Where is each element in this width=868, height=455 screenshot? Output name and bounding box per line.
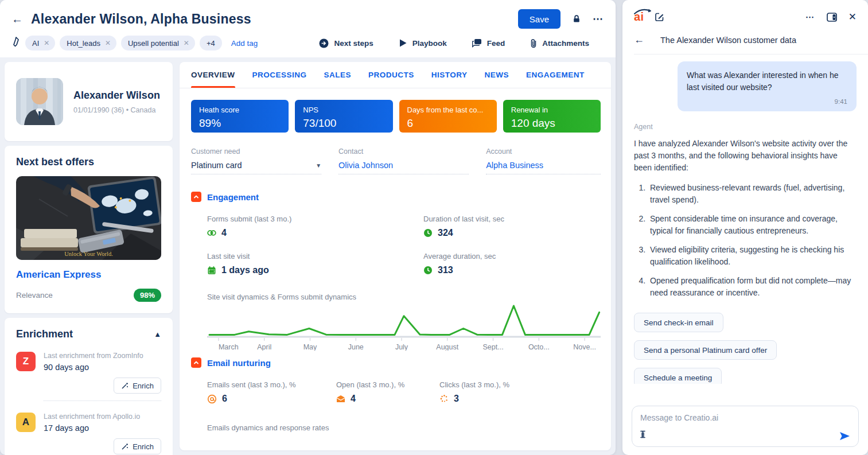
account-link[interactable]: Alpha Business [486, 161, 601, 174]
tag-pill[interactable]: AI✕ [25, 36, 55, 50]
account-field: Account Alpha Business [486, 147, 601, 174]
customer-need-select[interactable]: Platinum card ▼ [191, 161, 321, 174]
back-icon[interactable]: ← [11, 13, 23, 26]
engagement-chart-block: Site visit dynamics & Forms submit dynam… [207, 293, 601, 353]
arrow-circle-icon [319, 38, 329, 48]
feed-icon [472, 38, 482, 48]
offer-image[interactable]: Unlock Your World. [16, 176, 161, 260]
calendar-icon [207, 266, 216, 275]
tab-processing[interactable]: PROCESSING [252, 62, 307, 88]
creatio-ai-logo[interactable]: ai [634, 10, 644, 24]
svg-text:April: April [257, 343, 271, 351]
panel-toggle-icon[interactable] [827, 13, 837, 22]
metric-card-health-score: Heath score 89% [191, 100, 289, 133]
engagement-section-title: Engagement [207, 192, 259, 202]
crm-window: ← Alexander Wilson, Alpha Business Save … [0, 0, 616, 455]
collapse-section-icon[interactable] [191, 192, 201, 202]
save-button[interactable]: Save [518, 9, 560, 29]
stat-clicks: Clicks (last 3 mo.), % 3 [439, 380, 569, 404]
playbook-button[interactable]: Playbook [399, 38, 447, 48]
agent-insight: Reviewed business-relevant rewards (fuel… [648, 182, 857, 206]
chat-area: What was Alexander interested in when he… [622, 55, 868, 384]
tag-pill[interactable]: Hot_leads✕ [60, 36, 116, 50]
relevance-label: Relevance [16, 291, 53, 300]
feed-button[interactable]: Feed [472, 38, 505, 48]
stat-emails-sent: Emails sent (last 3 mo.), % 6 [207, 380, 336, 404]
remove-tag-icon[interactable]: ✕ [105, 39, 111, 47]
enrich-button[interactable]: Enrich [114, 378, 161, 394]
next-steps-button[interactable]: Next steps [319, 38, 373, 48]
tab-news[interactable]: NEWS [485, 62, 509, 88]
enrichment-age: 90 days ago [44, 363, 161, 372]
chart-title: Site visit dynamics & Forms submit dynam… [207, 293, 601, 301]
contact-profile-card: Alexander Wilson 01/01/1990 (36) • Canad… [5, 62, 173, 141]
page-title: Alexander Wilson, Alpha Business [31, 11, 251, 27]
tab-history[interactable]: HISTORY [431, 62, 468, 88]
schedule-meeting-button[interactable]: Schedule a meeting [634, 368, 722, 384]
enrichment-item-zoominfo: Z Last enrichment from ZoomInfo 90 days … [16, 352, 161, 401]
stat-last-site-visit: Last site visit 1 days ago [207, 252, 423, 275]
send-message-icon[interactable] [839, 431, 850, 441]
tab-engagement[interactable]: ENGAGEMENT [526, 62, 585, 88]
enrichment-card: Enrichment ▲ Z Last enrichment from Zoom… [5, 318, 173, 455]
add-tag-button[interactable]: Add tag [231, 39, 258, 48]
page-header: ← Alexander Wilson, Alpha Business Save … [0, 0, 616, 57]
collapse-section-icon[interactable] [191, 357, 201, 368]
message-input[interactable] [640, 413, 850, 422]
stat-last-visit-duration: Duration of last visit, sec 324 [423, 215, 601, 238]
link-icon [207, 228, 216, 238]
stat-average-duration: Average duration, sec 313 [423, 252, 601, 275]
dictation-icon[interactable] [640, 430, 645, 441]
play-icon [399, 38, 407, 48]
agent-insight: Spent considerable time on insurance and… [648, 213, 857, 237]
close-icon[interactable]: ✕ [848, 11, 857, 23]
enrichment-source: Last enrichment from ZoomInfo [44, 352, 161, 360]
send-platinum-offer-button[interactable]: Send a personal Platinum card offer [634, 340, 777, 360]
tag-pill[interactable]: Upsell potential✕ [121, 36, 195, 50]
next-best-offers-card: Next best offers [5, 146, 173, 313]
clock-icon [423, 228, 433, 238]
tab-sales[interactable]: SALES [324, 62, 352, 88]
agent-insight: Viewed eligibility criteria, suggesting … [648, 244, 857, 268]
offers-title: Next best offers [16, 156, 161, 168]
agent-insight: Opened prequalification form but did not… [648, 275, 857, 299]
chat-back-icon[interactable]: ← [634, 34, 644, 46]
new-chat-icon[interactable] [655, 12, 664, 22]
tab-overview[interactable]: OVERVIEW [191, 62, 235, 88]
email-nurturing-stats: Emails sent (last 3 mo.), % 6 Open (last… [207, 380, 601, 404]
creatio-ai-panel: ai ⋯ ✕ ← The Alexander Wilson customer d… [622, 0, 868, 455]
enrichment-title: Enrichment [16, 328, 73, 340]
svg-text:May: May [303, 343, 317, 351]
svg-text:Nove...: Nove... [573, 343, 596, 351]
lock-icon[interactable] [572, 14, 581, 24]
open-email-icon [336, 395, 345, 403]
more-tags-pill[interactable]: +4 [200, 36, 222, 50]
collapse-icon[interactable]: ▲ [154, 330, 161, 339]
relevance-badge: 98% [134, 289, 161, 302]
offer-name-link[interactable]: American Express [16, 269, 161, 281]
metric-card-renewal: Renewal in 120 days [503, 100, 601, 133]
remove-tag-icon[interactable]: ✕ [184, 39, 189, 47]
send-checkin-email-button[interactable]: Send check-in email [634, 313, 723, 332]
message-composer[interactable] [632, 406, 859, 447]
tab-products[interactable]: PRODUCTS [368, 62, 414, 88]
svg-text:June: June [348, 343, 364, 351]
contact-name: Alexander Wilson [73, 90, 160, 102]
engagement-stats: Forms submit (last 3 mo.) 4 Duration of … [207, 215, 601, 275]
panel-more-icon[interactable]: ⋯ [805, 12, 815, 22]
enrichment-item-apollo: A Last enrichment from Apollo.io 17 days… [16, 413, 161, 455]
metric-cards: Heath score 89% NPS 73/100 Days from the… [191, 100, 601, 133]
attachments-button[interactable]: Attachments [530, 38, 589, 48]
zoominfo-icon: Z [16, 352, 36, 371]
remove-tag-icon[interactable]: ✕ [44, 39, 49, 47]
stat-forms-submit: Forms submit (last 3 mo.) 4 [207, 215, 423, 238]
record-detail-card: OVERVIEW PROCESSING SALES PRODUCTS HISTO… [180, 62, 611, 450]
paperclip-icon [530, 38, 537, 48]
contact-meta: 01/01/1990 (36) • Canada [73, 106, 160, 114]
enrich-button[interactable]: Enrich [114, 438, 161, 454]
more-menu-icon[interactable]: ⋯ [593, 13, 604, 25]
svg-text:Octo...: Octo... [528, 343, 550, 351]
contact-link[interactable]: Olivia Johnson [338, 161, 469, 174]
left-sidebar: Alexander Wilson 01/01/1990 (36) • Canad… [5, 62, 173, 450]
tab-bar: OVERVIEW PROCESSING SALES PRODUCTS HISTO… [180, 62, 611, 88]
